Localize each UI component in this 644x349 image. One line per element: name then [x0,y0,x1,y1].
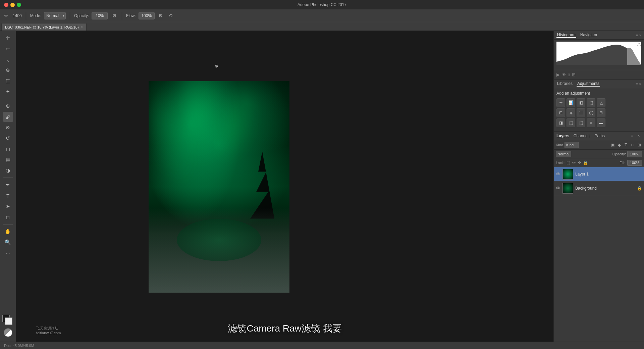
filter-shape-icon[interactable]: □ [630,142,635,148]
document-tab[interactable]: DSC_0361.NEF @ 16,7% (Layer 1, RGB/16) × [1,23,87,31]
opacity-field[interactable] [627,151,642,157]
adj-header: Libraries Adjustments ≡ × [554,80,644,88]
tab-paths[interactable]: Paths [594,134,605,138]
lock-all-btn[interactable]: 🔒 [583,160,588,165]
tab-layers[interactable]: Layers [556,134,570,138]
history-btn[interactable]: ↺ [3,133,13,143]
tab-libraries[interactable]: Libraries [556,81,573,87]
tab-histogram[interactable]: Histogram [556,33,576,38]
tab-adjustments[interactable]: Adjustments [577,81,600,87]
minimize-button[interactable] [10,3,15,7]
opacity-toggle[interactable]: ⊠ [110,12,118,19]
pen-btn[interactable]: ✒ [3,180,13,190]
eye-icon[interactable]: 👁 [562,72,566,77]
background-visibility-icon[interactable]: 👁 [556,186,560,191]
filter-smart-icon[interactable]: ⊞ [637,142,642,148]
eyedropper-btn[interactable]: ✦ [3,87,13,97]
adj-menu-btn[interactable]: ≡ [636,82,638,86]
quick-mask-btn[interactable] [4,328,12,337]
layers-filter-toolbar: Kind Kind ▣ ◆ T □ ⊞ [554,140,644,150]
layers-panel: Layers Channels Paths ≡ × Kind Kind ▣ ◆ … [554,132,644,342]
crop-btn[interactable]: ⬚ [3,76,13,86]
path-select-btn[interactable]: ➤ [3,201,13,211]
more-tools-btn[interactable]: ··· [3,248,13,258]
play-icon[interactable]: ▶ [556,72,560,77]
lock-transparent-btn[interactable]: ⬚ [567,160,570,165]
select-rect-btn[interactable]: ▭ [3,44,13,54]
eraser-btn[interactable]: ◻ [3,144,13,154]
flow-input[interactable] [139,12,155,19]
tab-channels[interactable]: Channels [574,134,591,138]
filter-type-icon[interactable]: T [623,142,629,148]
bw-adj[interactable]: ⬛ [577,108,585,117]
layers-close-btn[interactable]: × [636,133,641,139]
canvas-area[interactable]: ⊕ 滤镜Camera Raw滤镜 我要 飞天资源论坛 feitianwu7.co… [16,31,553,342]
close-button[interactable] [4,3,8,7]
watermark: 飞天资源论坛 feitianwu7.com [36,326,61,335]
right-panel: Histogram Navigator ≡ × [553,31,644,342]
maximize-button[interactable] [17,3,21,7]
brush-btn[interactable]: 🖌 [3,112,13,122]
background-thumbnail [562,183,573,194]
histogram-panel-icons: ≡ × [636,33,641,37]
vibrance-adj[interactable]: △ [597,98,605,107]
histogram-close-btn[interactable]: × [639,33,641,37]
layer-item-layer1[interactable]: 👁 Layer 1 [554,167,644,181]
shape-btn[interactable]: □ [3,212,13,222]
blend-mode-select[interactable]: Normal [556,151,571,157]
histogram-header: Histogram Navigator ≡ × [554,31,644,40]
gradient-btn[interactable]: ▤ [3,155,13,165]
histogram-menu-btn[interactable]: ≡ [636,33,638,37]
type-btn[interactable]: T [3,191,13,201]
filter-adj-icon[interactable]: ◆ [616,142,622,148]
levels-adj[interactable]: 📊 [567,98,575,107]
filter-pixel-icon[interactable]: ▣ [610,142,615,148]
kind-select[interactable]: Kind [565,142,579,148]
grid-icon[interactable]: ⊞ [572,72,576,77]
tab-close-btn[interactable]: × [81,25,83,29]
invert-adj[interactable]: ⬚ [567,118,575,127]
status-bar: Doc: 45.0M/45.0M [0,342,644,349]
curves-adj[interactable]: ◧ [577,98,585,107]
hsl-adj[interactable]: ⊡ [556,108,565,117]
heal-btn[interactable]: ⊕ [3,101,13,111]
burn-btn[interactable]: ◑ [3,165,13,176]
tab-navigator[interactable]: Navigator [580,33,598,38]
mode-select[interactable]: Normal [44,12,66,19]
app-title: Adobe Photoshop CC 2017 [298,2,346,7]
gradient-map-adj[interactable]: ▬ [597,118,605,127]
mixer-adj[interactable]: ⊞ [597,108,605,117]
exposure-adj[interactable]: ⬚ [587,98,595,107]
adj-close-btn[interactable]: × [639,82,641,86]
fill-field[interactable] [627,160,642,166]
lock-paint-btn[interactable]: ✏ [572,160,576,165]
threshold-adj[interactable]: ✕ [587,118,595,127]
lock-position-btn[interactable]: ✛ [578,160,581,165]
nav-controls: ▶ 👁 ℹ ⊞ [554,70,644,80]
brush-size-label: 1400 [13,13,22,18]
colllookup-adj[interactable]: ◨ [556,118,565,127]
histogram-tabs: Histogram Navigator [556,33,598,38]
tool-sep-2 [3,178,13,178]
quick-select-btn[interactable]: ⊛ [3,65,13,75]
zoom-btn[interactable]: 🔍 [3,237,13,247]
photo-adj[interactable]: ◯ [587,108,595,117]
background-color[interactable] [5,317,12,325]
layers-menu-btn[interactable]: ≡ [629,133,635,139]
hand-btn[interactable]: ✋ [3,227,13,237]
layer1-visibility-icon[interactable]: 👁 [556,171,560,177]
adj-row-3: ◨ ⬚ ⬚ ✕ ▬ [556,118,641,127]
layer1-name: Layer 1 [575,172,642,177]
clone-btn[interactable]: ⊗ [3,122,13,133]
posterize-adj[interactable]: ⬚ [577,118,585,127]
opacity-input[interactable] [92,12,108,19]
move-tool-btn[interactable]: ✛ [3,33,13,43]
background-lock-icon: 🔒 [637,186,642,191]
brightness-adj[interactable]: ☀ [556,98,565,107]
flow-toggle[interactable]: ⊠ [157,12,165,19]
airbrush-icon[interactable]: ⊙ [167,12,175,19]
colorbal-adj[interactable]: ◈ [567,108,575,117]
info-icon[interactable]: ℹ [568,72,570,77]
layer-item-background[interactable]: 👁 Background 🔒 [554,181,644,195]
lasso-btn[interactable]: ◟ [3,54,13,64]
